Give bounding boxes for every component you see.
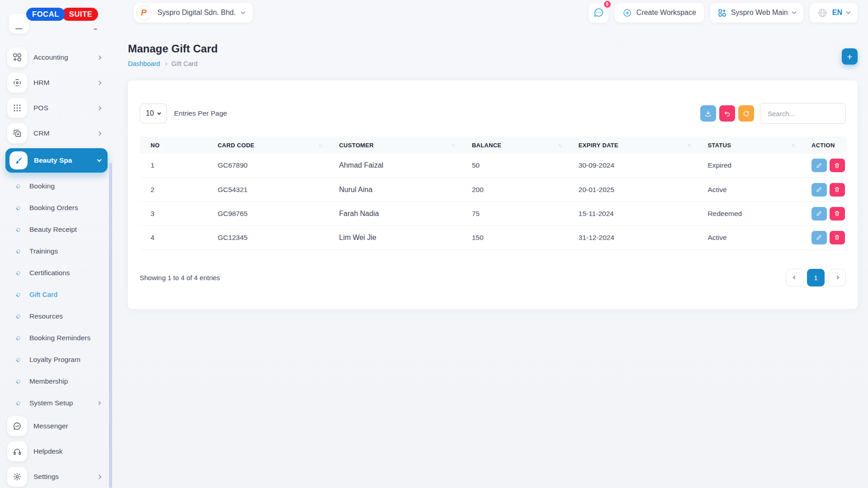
no-cell: 4 bbox=[140, 225, 207, 249]
column-label: ACTION bbox=[811, 142, 835, 149]
table-header-row: NOCARD CODE↑↓CUSTOMER↑↓BALANCE↑↓EXPIRY D… bbox=[140, 136, 846, 154]
sidebar-item-crm[interactable]: CRM bbox=[5, 123, 108, 144]
sidebar-scrollbar-thumb[interactable] bbox=[109, 163, 112, 488]
expiry-date-cell: 20-01-2025 bbox=[568, 178, 697, 202]
pagination-next-button[interactable] bbox=[828, 269, 846, 286]
sidebar-subitem-certifications[interactable]: Certifications bbox=[5, 264, 108, 282]
plus-icon: + bbox=[847, 52, 852, 61]
table-footer: Showing 1 to 4 of 4 entries 1 bbox=[140, 269, 846, 286]
chevron-right-icon bbox=[97, 55, 102, 60]
column-header-status[interactable]: STATUS↑↓ bbox=[697, 136, 801, 154]
trash-icon bbox=[834, 163, 840, 169]
sidebar-item-pos[interactable]: POS bbox=[5, 98, 108, 118]
delete-button[interactable] bbox=[830, 159, 845, 172]
sidebar-item-messenger[interactable]: Messenger bbox=[5, 416, 108, 436]
sidebar-subitem-resources[interactable]: Resources bbox=[5, 307, 108, 325]
sidebar-subitem-booking[interactable]: Booking bbox=[5, 177, 108, 195]
add-gift-card-button[interactable]: + bbox=[842, 48, 858, 65]
sidebar-subitem-label: Beauty Receipt bbox=[29, 225, 77, 234]
sidebar-subitem-label: Booking Reminders bbox=[29, 334, 90, 342]
sort-icon: ↑↓ bbox=[452, 142, 455, 148]
sidebar-main-items: Accounting HRM POS CRM Beauty Spa Bookin… bbox=[0, 47, 113, 412]
column-header-expiry-date[interactable]: EXPIRY DATE↑↓ bbox=[568, 136, 697, 154]
cutoff-chevron bbox=[94, 28, 97, 30]
no-cell: 2 bbox=[140, 178, 207, 202]
search-input[interactable] bbox=[760, 103, 846, 124]
crm-icon bbox=[7, 123, 27, 143]
bullet-icon bbox=[15, 379, 21, 385]
pagination-prev-button[interactable] bbox=[786, 269, 803, 286]
pencil-icon bbox=[816, 211, 822, 216]
edit-button[interactable] bbox=[811, 183, 827, 197]
sidebar-item-cutoff[interactable] bbox=[5, 19, 108, 41]
action-cell bbox=[801, 178, 846, 202]
delete-button[interactable] bbox=[830, 231, 845, 244]
edit-button[interactable] bbox=[811, 207, 827, 221]
delete-button[interactable] bbox=[830, 183, 845, 197]
status-cell: Redeemed bbox=[697, 202, 801, 225]
export-download-button[interactable] bbox=[700, 105, 716, 122]
table-controls: 10 Entries Per Page bbox=[140, 103, 846, 124]
entries-per-page-select[interactable]: 10 bbox=[140, 103, 167, 123]
sidebar-subitem-beauty-receipt[interactable]: Beauty Receipt bbox=[5, 221, 108, 239]
chevron-right-icon bbox=[835, 276, 839, 279]
balance-cell: 200 bbox=[461, 178, 568, 202]
expiry-date-cell: 30-09-2024 bbox=[568, 154, 697, 178]
entries-per-page-label: Entries Per Page bbox=[174, 109, 227, 117]
table-row: 2 GC54321 Nurul Aina 200 20-01-2025 Acti… bbox=[140, 178, 846, 202]
bullet-icon bbox=[15, 205, 21, 211]
sidebar-subitem-gift-card[interactable]: Gift Card bbox=[5, 286, 108, 304]
table-row: 1 GC67890 Ahmad Faizal 50 30-09-2024 Exp… bbox=[140, 154, 846, 178]
sidebar-item-label: Messenger bbox=[33, 422, 68, 430]
expiry-date-cell: 15-11-2024 bbox=[568, 202, 697, 225]
sidebar-subitem-loyalty-program[interactable]: Loyalty Program bbox=[5, 351, 108, 369]
status-cell: Active bbox=[697, 178, 801, 202]
sidebar-subitem-membership[interactable]: Membership bbox=[5, 372, 108, 390]
sort-icon: ↑↓ bbox=[687, 142, 690, 148]
trash-icon bbox=[834, 235, 840, 240]
sidebar-subitem-system-setup[interactable]: System Setup bbox=[5, 394, 108, 412]
sidebar-subitem-label: Booking bbox=[29, 182, 55, 190]
messenger-icon bbox=[7, 416, 27, 436]
table-actions bbox=[700, 103, 846, 124]
sidebar-subitem-label: Resources bbox=[29, 312, 63, 320]
bullet-icon bbox=[15, 335, 21, 341]
sidebar-subitem-booking-reminders[interactable]: Booking Reminders bbox=[5, 329, 108, 347]
balance-cell: 75 bbox=[461, 202, 568, 225]
chevron-right-icon bbox=[97, 131, 102, 136]
settings-icon bbox=[7, 467, 27, 487]
sidebar-subitem-label: Certifications bbox=[29, 269, 70, 277]
pencil-icon bbox=[816, 235, 822, 240]
chevron-right-icon bbox=[97, 401, 101, 405]
sort-icon: ↑↓ bbox=[319, 142, 322, 148]
sidebar-subitem-trainings[interactable]: Trainings bbox=[5, 242, 108, 260]
download-icon bbox=[705, 110, 712, 117]
sidebar-subitem-booking-orders[interactable]: Booking Orders bbox=[5, 199, 108, 217]
column-header-balance[interactable]: BALANCE↑↓ bbox=[461, 136, 568, 154]
reset-undo-button[interactable] bbox=[719, 105, 735, 122]
refresh-icon bbox=[743, 110, 750, 117]
breadcrumb-dashboard-link[interactable]: Dashboard bbox=[128, 60, 160, 67]
sidebar-sub-items: Booking Booking Orders Beauty Receipt Tr… bbox=[5, 177, 108, 412]
sidebar-item-hrm[interactable]: HRM bbox=[5, 72, 108, 93]
sidebar-item-label: HRM bbox=[33, 79, 49, 87]
sidebar-item-label: Beauty Spa bbox=[34, 156, 72, 164]
column-header-card-code[interactable]: CARD CODE↑↓ bbox=[207, 136, 328, 154]
card-code-cell: GC98765 bbox=[207, 202, 328, 225]
sidebar-subitem-label: Membership bbox=[29, 377, 68, 385]
sidebar-item-beauty-spa[interactable]: Beauty Spa bbox=[5, 148, 108, 173]
card-code-cell: GC12345 bbox=[207, 225, 328, 249]
edit-button[interactable] bbox=[811, 159, 827, 172]
table-row: 3 GC98765 Farah Nadia 75 15-11-2024 Rede… bbox=[140, 202, 846, 225]
customer-cell: Ahmad Faizal bbox=[328, 154, 461, 178]
sidebar-tool-items: Messenger Helpdesk Settings bbox=[0, 416, 113, 487]
column-header-customer[interactable]: CUSTOMER↑↓ bbox=[328, 136, 461, 154]
edit-button[interactable] bbox=[811, 231, 827, 244]
sidebar-item-settings[interactable]: Settings bbox=[5, 466, 108, 487]
delete-button[interactable] bbox=[830, 207, 845, 221]
sidebar-item-accounting[interactable]: Accounting bbox=[5, 47, 108, 68]
pagination-page-1[interactable]: 1 bbox=[807, 269, 825, 286]
refresh-button[interactable] bbox=[738, 105, 754, 122]
sidebar-item-helpdesk[interactable]: Helpdesk bbox=[5, 441, 108, 462]
status-cell: Active bbox=[697, 225, 801, 249]
